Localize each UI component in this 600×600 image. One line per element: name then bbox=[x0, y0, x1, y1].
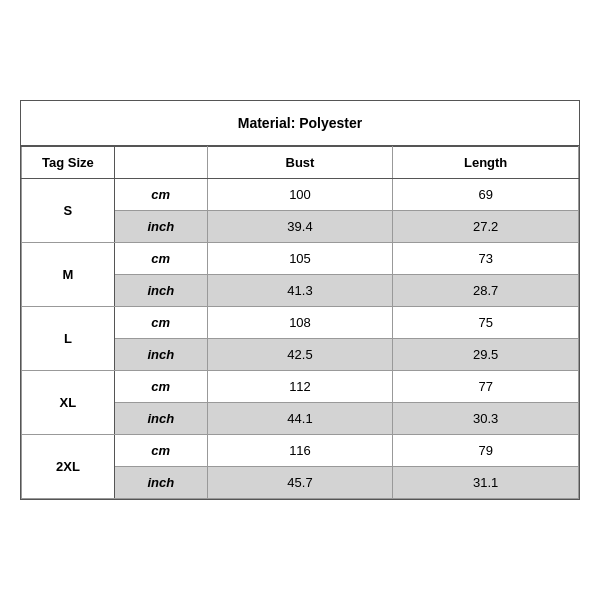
bust-cm: 116 bbox=[207, 435, 393, 467]
length-cm: 69 bbox=[393, 179, 579, 211]
bust-cm: 108 bbox=[207, 307, 393, 339]
unit-inch: inch bbox=[114, 275, 207, 307]
bust-cm: 100 bbox=[207, 179, 393, 211]
unit-cm: cm bbox=[114, 243, 207, 275]
length-cm: 79 bbox=[393, 435, 579, 467]
chart-title: Material: Polyester bbox=[21, 101, 579, 146]
bust-inch: 39.4 bbox=[207, 211, 393, 243]
unit-cm: cm bbox=[114, 435, 207, 467]
table-row: 2XLcm11679 bbox=[22, 435, 579, 467]
size-chart-container: Material: Polyester Tag Size Bust Length… bbox=[20, 100, 580, 500]
header-length: Length bbox=[393, 147, 579, 179]
bust-inch: 44.1 bbox=[207, 403, 393, 435]
bust-cm: 112 bbox=[207, 371, 393, 403]
tag-size-cell: 2XL bbox=[22, 435, 115, 499]
length-cm: 75 bbox=[393, 307, 579, 339]
tag-size-cell: XL bbox=[22, 371, 115, 435]
table-row: XLcm11277 bbox=[22, 371, 579, 403]
header-unit bbox=[114, 147, 207, 179]
unit-inch: inch bbox=[114, 467, 207, 499]
unit-inch: inch bbox=[114, 403, 207, 435]
length-inch: 31.1 bbox=[393, 467, 579, 499]
bust-inch: 45.7 bbox=[207, 467, 393, 499]
unit-inch: inch bbox=[114, 339, 207, 371]
table-row: Mcm10573 bbox=[22, 243, 579, 275]
size-table: Tag Size Bust Length Scm10069inch39.427.… bbox=[21, 146, 579, 499]
length-inch: 27.2 bbox=[393, 211, 579, 243]
tag-size-cell: L bbox=[22, 307, 115, 371]
unit-cm: cm bbox=[114, 179, 207, 211]
unit-inch: inch bbox=[114, 211, 207, 243]
table-row: Scm10069 bbox=[22, 179, 579, 211]
length-cm: 77 bbox=[393, 371, 579, 403]
tag-size-cell: M bbox=[22, 243, 115, 307]
bust-inch: 41.3 bbox=[207, 275, 393, 307]
bust-inch: 42.5 bbox=[207, 339, 393, 371]
length-inch: 30.3 bbox=[393, 403, 579, 435]
header-bust: Bust bbox=[207, 147, 393, 179]
length-inch: 29.5 bbox=[393, 339, 579, 371]
length-inch: 28.7 bbox=[393, 275, 579, 307]
bust-cm: 105 bbox=[207, 243, 393, 275]
table-row: Lcm10875 bbox=[22, 307, 579, 339]
tag-size-cell: S bbox=[22, 179, 115, 243]
length-cm: 73 bbox=[393, 243, 579, 275]
unit-cm: cm bbox=[114, 307, 207, 339]
unit-cm: cm bbox=[114, 371, 207, 403]
header-tag-size: Tag Size bbox=[22, 147, 115, 179]
